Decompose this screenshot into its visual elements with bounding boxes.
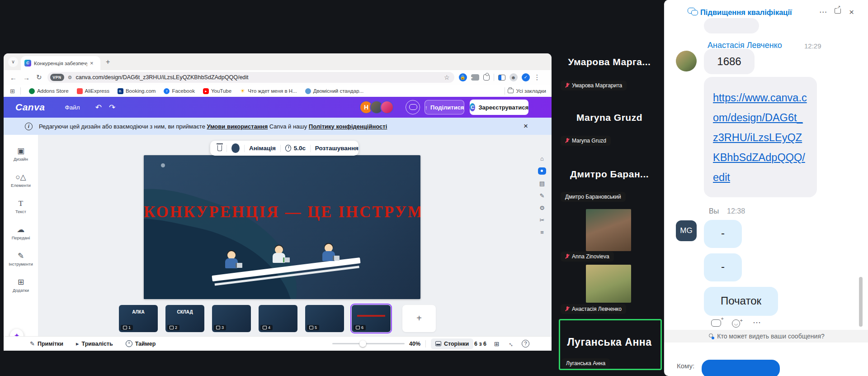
bookmark-aliexpress[interactable]: AliExpress bbox=[77, 88, 109, 94]
share-button[interactable]: ↑ Поділитися bbox=[425, 100, 464, 114]
reload-icon[interactable]: ↻ bbox=[36, 73, 42, 81]
bookmark-label: Booking.com bbox=[126, 88, 156, 94]
file-menu[interactable]: Файл bbox=[65, 104, 80, 111]
all-bookmarks-button[interactable]: Усі закладки bbox=[505, 87, 546, 95]
site-info-icon[interactable]: ⚙ bbox=[68, 75, 72, 81]
duration-button[interactable]: ▸ Тривалість bbox=[76, 340, 113, 347]
own-avatar-initials[interactable]: MG bbox=[676, 220, 697, 241]
comments-bubble-icon[interactable] bbox=[406, 100, 420, 114]
undo-icon[interactable]: ↶ bbox=[95, 103, 102, 112]
info-icon: i bbox=[25, 123, 33, 130]
page-badge: 4 bbox=[260, 325, 273, 330]
bookmark-facebook[interactable]: f Facebook bbox=[164, 88, 195, 94]
page-thumbnail-2[interactable]: СКЛАД 2 bbox=[165, 305, 204, 332]
chat-popout-icon[interactable] bbox=[835, 8, 841, 14]
tab-search-icon[interactable]: ∨ bbox=[8, 57, 18, 67]
timer-button[interactable]: Таймер bbox=[126, 340, 156, 347]
chat-scrollbar[interactable] bbox=[859, 277, 863, 327]
signup-button[interactable]: C Зареєструватися bbox=[470, 100, 528, 115]
slide-title[interactable]: КОНКУРЕНЦІЯ — ЦЕ ІНСТРУМЕНТ bbox=[144, 203, 420, 221]
canva-design-link[interactable]: https://www.canva.com/design/DAG6t_z3RHU… bbox=[713, 92, 807, 183]
notes-button[interactable]: ✎ Примітки bbox=[30, 340, 63, 347]
zoom-slider[interactable] bbox=[332, 343, 405, 344]
comments-notification-icon[interactable] bbox=[538, 167, 546, 175]
extensions-puzzle-icon[interactable] bbox=[483, 74, 490, 81]
share-label: Поділитися bbox=[430, 104, 464, 111]
slide-toolbar: Анімація 5.0с Розташування bbox=[210, 141, 359, 156]
chat-message-bubble: - bbox=[704, 253, 742, 281]
quote-reply-icon[interactable] bbox=[711, 319, 721, 327]
chat-more-icon[interactable]: ⋯ bbox=[819, 7, 827, 17]
cut-scissors-icon[interactable]: ✂ bbox=[540, 217, 545, 224]
sidebar-label: Інструменти bbox=[4, 262, 38, 267]
side-panel-icon[interactable] bbox=[498, 75, 505, 81]
bookmark-item[interactable]: Двомісний стандар... bbox=[305, 88, 364, 94]
tab-close-icon[interactable]: × bbox=[90, 60, 94, 67]
vpn-lock-extension-icon[interactable]: 🔒 bbox=[459, 73, 467, 81]
page-thumbnail-1[interactable]: АЛКА 1 bbox=[119, 305, 158, 332]
folder-icon bbox=[508, 89, 514, 93]
url-text[interactable]: canva.com/design/DAG6t_z3RHU/iLzsLEyQZKB… bbox=[75, 74, 248, 81]
pages-button[interactable]: Сторінки bbox=[431, 338, 473, 349]
chat-title[interactable]: Підвищення кваліфікації bbox=[700, 8, 792, 17]
slide-canvas[interactable]: КОНКУРЕНЦІЯ — ЦЕ ІНСТРУМЕНТ bbox=[144, 155, 420, 299]
notice-close-icon[interactable]: × bbox=[524, 122, 528, 131]
notes-doc-icon[interactable]: ▤ bbox=[539, 180, 545, 187]
grid-view-icon[interactable]: ⊞ bbox=[494, 340, 500, 347]
edit-pen-icon[interactable]: ✎ bbox=[540, 192, 545, 199]
bookmark-addons-store[interactable]: Addons Store bbox=[29, 88, 69, 94]
page-thumbnail-6-selected[interactable]: 6 bbox=[352, 305, 391, 332]
page-badge: 2 bbox=[167, 325, 179, 330]
sidebar-item-apps[interactable]: ⊞ Додатки bbox=[4, 278, 38, 293]
address-bar[interactable]: VPN ⚙ canva.com/design/DAG6t_z3RHU/iLzsL… bbox=[47, 72, 454, 83]
fullscreen-icon[interactable]: ↔ bbox=[507, 339, 516, 348]
bookmark-youtube[interactable]: ▸ YouTube bbox=[203, 88, 231, 94]
sidebar-item-design[interactable]: ▣ Дизайн bbox=[4, 147, 38, 162]
browser-menu-icon[interactable]: ⋮ bbox=[534, 73, 541, 81]
help-icon[interactable]: ? bbox=[522, 340, 529, 347]
bookmark-item[interactable]: ☀ Что ждет меня в Н... bbox=[240, 88, 297, 94]
sidebar-item-elements[interactable]: ○△ Елементи bbox=[4, 173, 38, 188]
sidebar-item-text[interactable]: T Текст bbox=[4, 199, 38, 214]
privacy-link[interactable]: Політику конфіденційності bbox=[309, 123, 387, 130]
avatar[interactable] bbox=[380, 100, 394, 114]
apps-grid-icon[interactable]: ⊞ bbox=[10, 88, 15, 95]
terms-link[interactable]: Умови використання bbox=[207, 123, 268, 130]
new-tab-button[interactable]: + bbox=[106, 58, 110, 66]
page-thumbnail-3[interactable]: 3 bbox=[212, 305, 251, 332]
animation-button[interactable]: Анімація bbox=[249, 145, 276, 152]
bookmark-booking[interactable]: B. Booking.com bbox=[118, 88, 156, 94]
settings-gear-icon[interactable]: ⚙ bbox=[539, 205, 545, 211]
chat-privacy-footer: Кто может видеть ваши сообщения? bbox=[664, 330, 868, 343]
recipient-button[interactable] bbox=[702, 360, 780, 376]
browser-tab[interactable]: C Конкуренція забезпечує найк × bbox=[21, 56, 100, 70]
add-page-button[interactable]: + bbox=[402, 305, 436, 332]
profile-avatar-icon[interactable]: ☻ bbox=[509, 73, 518, 81]
back-icon[interactable]: ← bbox=[10, 74, 17, 81]
redo-icon[interactable]: ↷ bbox=[109, 103, 115, 112]
canva-logo[interactable]: Canva bbox=[15, 102, 45, 113]
add-reaction-icon[interactable]: ◡ bbox=[732, 319, 740, 328]
chat-link-bubble: https://www.canva.com/design/DAG6t_z3RHU… bbox=[704, 77, 817, 197]
safety-shield-icon[interactable]: ✓ bbox=[522, 73, 530, 81]
chat-avatar-photo[interactable] bbox=[676, 51, 697, 71]
position-button[interactable]: Розташування bbox=[315, 145, 359, 152]
duration-value[interactable]: 5.0с bbox=[294, 145, 306, 152]
color-swatch[interactable] bbox=[231, 143, 240, 153]
home-icon[interactable]: ⌂ bbox=[540, 155, 544, 162]
tab-title: Конкуренція забезпечує найк bbox=[34, 61, 87, 66]
adjust-lines-icon[interactable]: ≡ bbox=[540, 229, 544, 236]
chat-message-bubble: - bbox=[704, 220, 742, 248]
sidebar-item-uploads[interactable]: ☁ Передані bbox=[4, 225, 38, 240]
delete-icon[interactable] bbox=[217, 145, 222, 151]
vpn-extension-badge[interactable]: VPN bbox=[50, 74, 64, 81]
forward-icon[interactable]: → bbox=[23, 74, 30, 81]
sidebar-item-tools[interactable]: ✎ Інструменти bbox=[4, 252, 38, 267]
message-more-icon[interactable]: ⋯ bbox=[753, 318, 761, 328]
page-thumbnail-4[interactable]: 4 bbox=[259, 305, 297, 332]
page-thumbnail-5[interactable]: 5 bbox=[305, 305, 344, 332]
bookmark-star-icon[interactable]: ☆ bbox=[444, 74, 450, 81]
chat-close-icon[interactable]: × bbox=[849, 7, 854, 17]
video-extension-icon[interactable]: ▸ bbox=[471, 74, 479, 81]
zoom-slider-knob[interactable] bbox=[359, 340, 366, 347]
